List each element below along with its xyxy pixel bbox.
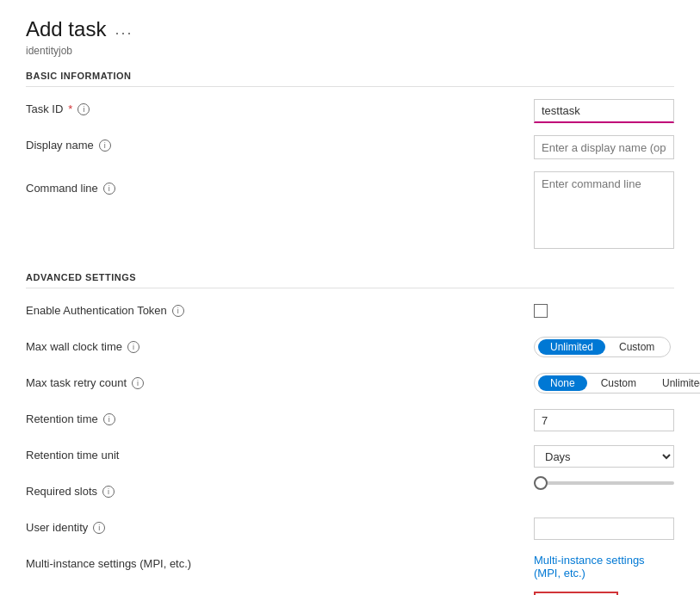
mpi-settings-label: Multi-instance settings (MPI, etc.)	[26, 554, 534, 570]
command-line-label: Command line i	[26, 171, 534, 195]
task-id-label: Task ID * i	[26, 99, 534, 115]
subtitle: identityjob	[26, 45, 674, 57]
resource-files-link[interactable]: Resource files	[534, 592, 618, 595]
retention-time-input[interactable]	[534, 409, 674, 431]
command-line-row: Command line i	[26, 171, 674, 251]
auth-token-row: Enable Authentication Token i	[26, 301, 674, 325]
task-id-info-icon[interactable]: i	[77, 103, 90, 115]
max-retry-toggle-group: None Custom Unlimited	[534, 373, 700, 394]
retention-time-control	[534, 409, 674, 431]
max-retry-control: None Custom Unlimited	[534, 373, 700, 394]
max-wall-clock-control: Unlimited Custom	[534, 337, 674, 357]
max-retry-label: Max task retry count i	[26, 373, 534, 389]
max-wall-clock-toggle-group: Unlimited Custom	[534, 337, 671, 357]
max-retry-custom-btn[interactable]: Custom	[589, 375, 648, 391]
mpi-settings-link[interactable]: Multi-instance settings (MPI, etc.)	[534, 554, 645, 580]
required-slots-label: Required slots i	[26, 481, 534, 498]
resource-files-control: Resource files	[534, 592, 674, 595]
retention-time-label: Retention time i	[26, 409, 534, 425]
retention-time-unit-select[interactable]: Days Hours Minutes Seconds	[534, 445, 674, 468]
required-slots-control	[534, 481, 674, 485]
resource-files-label: Resource files	[26, 592, 534, 595]
auth-token-control	[534, 301, 674, 320]
task-id-control	[534, 99, 674, 123]
ellipsis-menu[interactable]: ...	[115, 21, 133, 39]
advanced-settings-section: ADVANCED SETTINGS Enable Authentication …	[26, 272, 674, 595]
display-name-input[interactable]	[534, 135, 674, 159]
display-name-label: Display name i	[26, 135, 534, 152]
display-name-control	[534, 135, 674, 159]
retention-time-info-icon[interactable]: i	[103, 413, 115, 425]
display-name-info-icon[interactable]: i	[99, 139, 111, 152]
max-wall-clock-custom-btn[interactable]: Custom	[607, 339, 666, 355]
retention-time-row: Retention time i	[26, 409, 674, 433]
command-line-info-icon[interactable]: i	[103, 183, 115, 195]
mpi-settings-row: Multi-instance settings (MPI, etc.) Mult…	[26, 554, 674, 580]
basic-information-section: BASIC INFORMATION Task ID * i Display na…	[26, 71, 674, 251]
required-slots-info-icon[interactable]: i	[102, 486, 115, 498]
display-name-row: Display name i	[26, 135, 674, 159]
user-identity-input[interactable]	[534, 518, 674, 540]
user-identity-control	[534, 518, 674, 540]
resource-files-row: Resource files Resource files	[26, 592, 674, 595]
task-id-input[interactable]	[534, 99, 674, 123]
auth-token-info-icon[interactable]: i	[172, 305, 184, 317]
auth-token-label: Enable Authentication Token i	[26, 301, 534, 317]
retention-time-unit-label: Retention time unit	[26, 445, 534, 462]
required-slots-slider[interactable]	[534, 481, 674, 485]
mpi-settings-control: Multi-instance settings (MPI, etc.)	[534, 554, 674, 580]
retention-time-unit-row: Retention time unit Days Hours Minutes S…	[26, 445, 674, 469]
command-line-textarea[interactable]	[534, 171, 674, 249]
command-line-control	[534, 171, 674, 251]
max-wall-clock-row: Max wall clock time i Unlimited Custom	[26, 337, 674, 361]
max-retry-info-icon[interactable]: i	[132, 377, 144, 389]
advanced-section-header: ADVANCED SETTINGS	[26, 272, 674, 288]
user-identity-row: User identity i	[26, 518, 674, 542]
user-identity-info-icon[interactable]: i	[93, 522, 105, 534]
required-slots-slider-container	[534, 481, 674, 485]
required-slots-row: Required slots i	[26, 481, 674, 505]
max-retry-row: Max task retry count i None Custom Unlim…	[26, 373, 674, 397]
page-title: Add task ...	[26, 17, 133, 41]
max-retry-unlimited-btn[interactable]: Unlimited	[650, 375, 700, 391]
max-wall-clock-unlimited-btn[interactable]: Unlimited	[538, 339, 605, 355]
task-id-row: Task ID * i	[26, 99, 674, 123]
max-retry-none-btn[interactable]: None	[538, 375, 587, 391]
auth-token-checkbox[interactable]	[534, 304, 548, 318]
max-wall-clock-label: Max wall clock time i	[26, 337, 534, 353]
required-indicator: *	[68, 102, 72, 115]
user-identity-label: User identity i	[26, 518, 534, 534]
max-wall-clock-info-icon[interactable]: i	[127, 341, 139, 353]
basic-section-header: BASIC INFORMATION	[26, 71, 674, 87]
retention-time-unit-control: Days Hours Minutes Seconds	[534, 445, 674, 468]
